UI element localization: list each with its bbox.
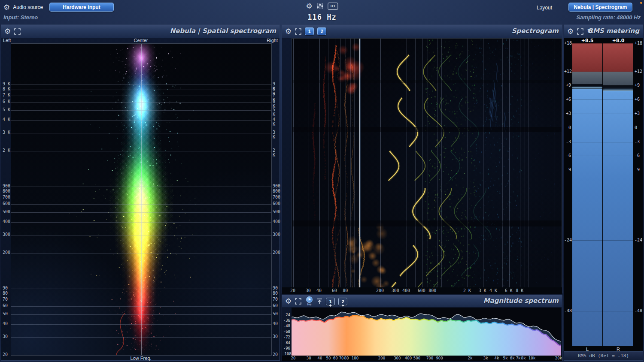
io-icon-label: IO [331, 4, 336, 8]
hardware-input-button[interactable]: Hardware input [49, 3, 114, 12]
freq-tick-label: 6 K [3, 99, 10, 104]
freq-tick-label: 600 [418, 288, 425, 293]
meter-over-zone [572, 43, 602, 72]
meter-tick-line [603, 170, 633, 170]
audio-source-gear-icon[interactable]: ⚙ [3, 3, 10, 11]
add-icon[interactable]: + [342, 303, 344, 308]
freq-tick-label: 2 K [3, 148, 10, 153]
rms-metering-panel: ⚙ ↻ RMS metering +8.5 +8.0 L R +18+18+12… [564, 24, 643, 361]
freq-tick-label: 300 [394, 356, 401, 360]
freq-tick-label: 200 [378, 356, 385, 360]
peak-reset-arrow-icon[interactable] [317, 298, 322, 305]
db-tick-label: -24 [282, 313, 290, 317]
freq-tick-label: 7k [516, 356, 521, 360]
layout-button[interactable]: Layout [537, 5, 552, 11]
fullscreen-icon[interactable] [295, 298, 301, 305]
io-routing-icon[interactable]: IO [328, 3, 338, 10]
meter-tick-line [603, 128, 633, 128]
freq-tick-label: 400 [273, 219, 280, 224]
db-tick-label: -84 [282, 341, 290, 345]
db-tick-label: -108 [282, 352, 290, 356]
freq-tick-label: 4k [495, 356, 499, 360]
meter-scale-label: -6 [564, 153, 571, 158]
freq-tick-label: 600 [273, 201, 280, 206]
meter-tick-line [603, 114, 633, 114]
freq-tick-label: 40 [316, 288, 322, 293]
freq-tick-label: 90 [3, 286, 8, 290]
freq-tick-label: 10k [529, 356, 535, 360]
magnitude-panel-title: Magnitude spectrum [483, 297, 559, 305]
rms-panel-header: ⚙ ↻ RMS metering [564, 25, 643, 38]
freq-tick-label: 4 K [3, 117, 10, 122]
meter-tick-line [603, 311, 633, 311]
spectrogram-settings-gear-icon[interactable]: ⚙ [285, 27, 292, 35]
freq-tick-label: 70 [3, 297, 8, 302]
meter-scale-label: +18 [564, 41, 571, 45]
fullscreen-icon[interactable] [295, 28, 301, 35]
live-play-button[interactable]: live [305, 296, 313, 306]
spatial-panel-title: Nebula | Spatial spectrogram [170, 27, 276, 35]
meter-scale-label: -9 [635, 167, 643, 172]
spatial-settings-gear-icon[interactable]: ⚙ [4, 27, 11, 35]
magnitude-settings-gear-icon[interactable]: ⚙ [285, 297, 292, 305]
meter-tick-line [572, 85, 602, 86]
freq-tick-label: 7 K [3, 93, 10, 97]
meter-rms-fill [603, 91, 633, 346]
spatial-spectrogram-panel: ⚙ Nebula | Spatial spectrogram Left Cent… [1, 24, 280, 361]
spatial-spectrogram-plot[interactable] [11, 43, 272, 356]
meter-scale-label: +9 [635, 83, 643, 87]
freq-tick-label: 70 [339, 356, 344, 360]
magnitude-spectrum-canvas[interactable] [292, 308, 561, 356]
freq-tick-label: 200 [273, 250, 280, 255]
audio-source-label: Audio source [13, 4, 43, 10]
sampling-rate-status: Sampling rate: 48000 Hz [576, 14, 641, 21]
freq-tick-label: 70 [273, 297, 278, 302]
magnitude-spectrum-plot[interactable] [292, 308, 561, 356]
rms-meter-left[interactable] [572, 43, 602, 346]
rms-meter-right[interactable] [603, 43, 633, 346]
freq-tick-label: 50 [273, 311, 278, 316]
spectrogram-panel-title: Spectrogram [512, 27, 559, 35]
meter-tick-line [572, 114, 602, 114]
view-preset-button[interactable]: Nebula | Spectrogram [568, 3, 632, 12]
fullscreen-icon[interactable] [577, 28, 583, 35]
axis-center-label: Center [134, 38, 148, 43]
meter-scale-label: -24 [564, 238, 571, 242]
meter-scale-label: -9 [564, 167, 571, 172]
reset-meters-icon[interactable]: ↻ [587, 27, 592, 35]
freq-tick-label: 50 [326, 356, 331, 360]
sliders-icon[interactable] [317, 3, 324, 9]
rms-value-right: +8.0 [603, 38, 633, 43]
meter-scale-label: -3 [564, 139, 571, 144]
meter-scale-label: +12 [635, 69, 643, 74]
magnitude-spectrum-panel: ⚙ live 1 + 2 + Magnitude spectrum 2030 [282, 295, 562, 361]
meter-tick-line [603, 142, 633, 142]
meter-tick-line [572, 311, 602, 311]
meter-tick-line [572, 128, 602, 128]
add-icon[interactable]: + [329, 303, 332, 308]
freq-tick-label: 400 [405, 356, 412, 360]
meter-tick-line [603, 85, 633, 86]
freq-tick-label: 300 [392, 288, 399, 293]
input-status: Input: Stereo [3, 14, 38, 21]
spectrogram-layer-2-button[interactable]: 2 [317, 27, 326, 35]
meter-scale-label: -48 [564, 308, 571, 313]
spectrogram-plot[interactable] [292, 38, 562, 288]
audio-analyzer-app: { "colors": { "accent_blue": "#3f7fd2", … [0, 0, 644, 362]
freq-tick-label: 200 [3, 250, 10, 255]
spectrogram-layer-1-button[interactable]: 1 [305, 27, 314, 35]
freq-tick-label: 20 [291, 356, 296, 360]
db-tick-label: -36 [282, 318, 290, 323]
freq-tick-label: 2k [468, 356, 473, 360]
db-tick-label: -96 [282, 346, 290, 350]
rms-settings-gear-icon[interactable]: ⚙ [567, 27, 574, 35]
freq-tick-label: 80 [273, 291, 278, 296]
fullscreen-icon[interactable] [14, 28, 21, 35]
spectrogram-canvas[interactable] [292, 39, 562, 287]
spatial-spectrogram-canvas[interactable] [11, 44, 271, 355]
settings-gear-icon[interactable]: ⚙ [306, 2, 312, 10]
freq-tick-label: 60 [332, 288, 337, 293]
freq-tick-label: 200 [376, 288, 384, 293]
db-tick-label: -60 [282, 329, 290, 334]
live-label: live [307, 303, 312, 306]
